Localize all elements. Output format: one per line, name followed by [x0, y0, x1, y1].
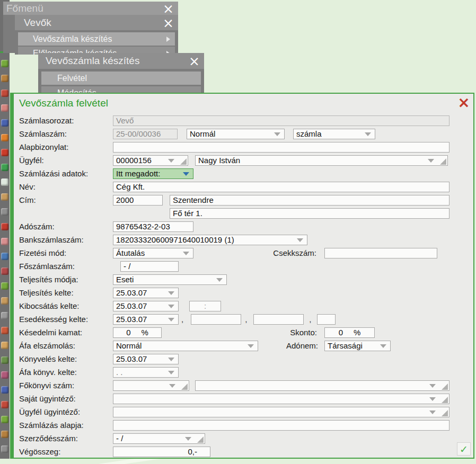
toolbar-icon[interactable]	[1, 342, 8, 349]
dialog-close-icon[interactable]	[458, 96, 470, 109]
esedekesseg-mellek1-input[interactable]	[191, 314, 241, 325]
ugyfel-kod-dropdown[interactable]: 00000156	[113, 155, 188, 166]
alapbizonylat-input[interactable]	[113, 142, 449, 153]
vevoszamla-close-icon[interactable]	[189, 55, 200, 68]
iranyitoszam-input[interactable]: 2000	[113, 195, 163, 206]
bizonylattipus-dropdown[interactable]: számla	[293, 129, 375, 139]
field-row-vegosszeg: Végösszeg: 0,-	[14, 445, 473, 458]
toolbar-icon[interactable]	[1, 134, 8, 141]
toolbar-icon[interactable]	[1, 356, 8, 364]
toolbar-icon[interactable]	[1, 179, 8, 186]
ugyfel-ugyintezo-dropdown[interactable]	[113, 407, 449, 417]
nev-input[interactable]: Cég Kft.	[113, 182, 449, 192]
bankszamlaszam-dropdown[interactable]: 182033320600971640010019 (1)	[113, 235, 307, 245]
expand-corner-icon[interactable]	[180, 158, 187, 165]
toolbar-icon[interactable]	[1, 90, 8, 97]
esedekesseg-kelte-dropdown[interactable]: 25.03.07	[113, 314, 179, 325]
kibocsatas-kelte-dropdown[interactable]: 25.03.07	[113, 301, 179, 311]
szamlazasi-adatok-dropdown[interactable]: Itt megadott:	[113, 168, 193, 179]
vevok-close-icon[interactable]	[163, 16, 174, 29]
expand-corner-icon[interactable]	[442, 397, 448, 403]
menu-item-vevoszamla-keszites[interactable]: Vevőszámla készítés	[18, 32, 175, 46]
fomenu-titlebar[interactable]: Főmenü	[3, 2, 178, 15]
afa-elszamolas-dropdown[interactable]: Normál	[113, 341, 258, 351]
ugyfel-nev-dropdown[interactable]: Nagy István	[195, 155, 448, 166]
expand-corner-icon[interactable]	[442, 410, 448, 416]
toolbar-icon[interactable]	[1, 149, 8, 156]
toolbar-icon[interactable]	[1, 119, 8, 127]
menu-item-felvetel[interactable]: Felvétel	[41, 72, 201, 85]
toolbar-icon[interactable]	[1, 253, 8, 260]
expand-corner-icon[interactable]	[440, 158, 446, 165]
fomenu-close-icon[interactable]	[163, 2, 174, 15]
varos-input[interactable]: Szentendre	[170, 195, 449, 206]
dropdown-arrow-icon[interactable]	[216, 278, 223, 282]
toolbar-icon[interactable]	[1, 164, 8, 171]
confirm-check-button[interactable]	[457, 442, 471, 456]
fizetesi-mod-dropdown[interactable]: Átutalás	[113, 248, 193, 258]
adonem-dropdown[interactable]: Társasági	[324, 341, 391, 351]
utca-input[interactable]: Fő tér 1.	[170, 208, 449, 219]
sajat-ugyintezo-dropdown[interactable]	[113, 394, 449, 404]
toolbar-icon[interactable]	[1, 267, 8, 275]
kesedelmi-kamat-input[interactable]: 0 %	[113, 327, 162, 338]
konyveles-kelte-dropdown[interactable]: 25.03.07	[113, 354, 179, 364]
toolbar-icon[interactable]	[1, 297, 8, 305]
dropdown-arrow-icon[interactable]	[365, 132, 371, 136]
afa-konyv-kelte-dropdown[interactable]: . .	[113, 367, 179, 378]
dropdown-arrow-icon[interactable]	[429, 384, 436, 388]
dropdown-arrow-icon[interactable]	[183, 172, 189, 176]
foszamlaszam-input[interactable]: - /	[120, 261, 179, 272]
toolbar-icon[interactable]	[1, 431, 8, 438]
dropdown-arrow-icon[interactable]	[168, 358, 174, 361]
skonto-input[interactable]: 0 %	[324, 327, 375, 338]
toolbar-icon[interactable]	[1, 386, 8, 394]
dropdown-arrow-icon[interactable]	[169, 384, 175, 388]
dropdown-arrow-icon[interactable]	[380, 344, 386, 348]
dropdown-arrow-icon[interactable]	[168, 305, 174, 308]
toolbar-icon[interactable]	[1, 282, 8, 290]
dropdown-arrow-icon[interactable]	[168, 371, 174, 374]
kibocsatas-ido-input[interactable]: :	[189, 301, 221, 311]
dropdown-arrow-icon[interactable]	[183, 252, 189, 255]
expand-corner-icon[interactable]	[442, 383, 448, 390]
dropdown-arrow-icon[interactable]	[274, 132, 280, 136]
toolbar-icon[interactable]	[1, 104, 8, 112]
toolbar-icon[interactable]	[1, 193, 8, 201]
szamlatipus-dropdown[interactable]: Normál	[187, 129, 285, 139]
toolbar-icon[interactable]	[1, 445, 8, 453]
toolbar-icon[interactable]	[1, 371, 8, 379]
dropdown-arrow-icon[interactable]	[297, 238, 303, 242]
toolbar-icon[interactable]	[1, 238, 8, 245]
toolbar-icon[interactable]	[1, 416, 8, 423]
toolbar-icon[interactable]	[1, 312, 8, 319]
adoszam-input[interactable]: 98765432-2-03	[113, 221, 193, 232]
dropdown-arrow-icon[interactable]	[185, 437, 191, 441]
toolbar-icon[interactable]	[1, 223, 8, 230]
expand-corner-icon[interactable]	[181, 383, 188, 390]
toolbar-icon[interactable]	[1, 208, 8, 216]
dropdown-arrow-icon[interactable]	[428, 159, 434, 163]
dropdown-arrow-icon[interactable]	[168, 318, 174, 322]
teljesites-kelte-dropdown[interactable]: 25.03.07	[113, 288, 179, 298]
teljesites-modja-dropdown[interactable]: Eseti	[113, 274, 227, 285]
esedekesseg-mellek2-input[interactable]	[253, 314, 304, 325]
szerzodesszam-dropdown[interactable]: - /	[113, 433, 205, 444]
dropdown-arrow-icon[interactable]	[248, 344, 254, 348]
fokonyvi-megnevezes-dropdown[interactable]	[195, 380, 449, 391]
dropdown-arrow-icon[interactable]	[429, 411, 436, 414]
fokonyvi-szam-dropdown[interactable]	[113, 380, 189, 391]
vevoszamla-titlebar[interactable]: Vevőszámla készítés	[38, 53, 204, 69]
esedekesseg-mellek3-input[interactable]	[317, 314, 336, 325]
szamlazas-alapja-input[interactable]	[113, 420, 449, 431]
toolbar-icon[interactable]	[1, 75, 8, 82]
dropdown-arrow-icon[interactable]	[168, 291, 174, 295]
toolbar-icon[interactable]	[1, 327, 8, 334]
dropdown-arrow-icon[interactable]	[429, 397, 436, 401]
toolbar-icon[interactable]	[1, 60, 8, 67]
toolbar-icon[interactable]	[1, 401, 8, 408]
vevok-titlebar[interactable]: Vevők	[15, 15, 178, 30]
csekkszam-input[interactable]	[324, 248, 437, 258]
dropdown-arrow-icon[interactable]	[168, 159, 174, 163]
expand-corner-icon[interactable]	[197, 436, 204, 443]
